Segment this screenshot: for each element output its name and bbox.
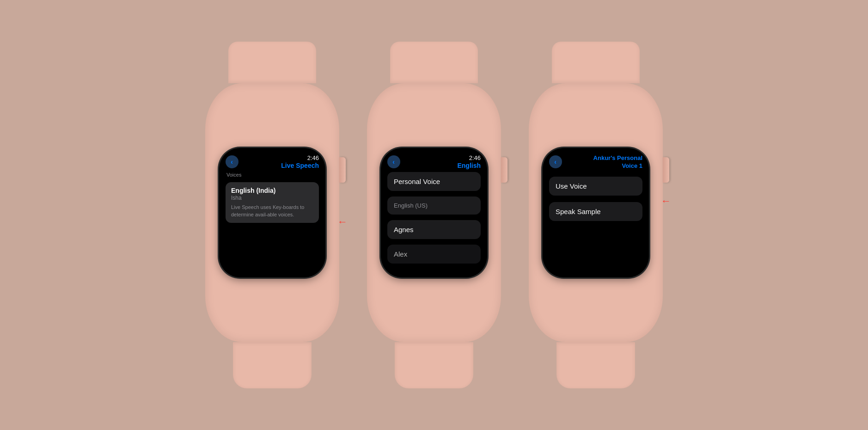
screen-body-2: Personal Voice English (US) Agnes Alex bbox=[387, 172, 481, 271]
watch-body-1: ‹ 2:46 Live Speech Voices English (India… bbox=[205, 83, 339, 342]
personal-voice-cell[interactable]: Personal Voice bbox=[387, 172, 481, 191]
cell-description-1: Live Speech uses Key-boards to determine… bbox=[231, 204, 313, 218]
watch-screen-housing-1: ‹ 2:46 Live Speech Voices English (India… bbox=[219, 148, 325, 277]
alex-label: Alex bbox=[394, 250, 407, 258]
back-button-2[interactable]: ‹ bbox=[387, 155, 400, 168]
back-chevron-icon-2: ‹ bbox=[392, 158, 395, 166]
red-arrow-1: ← bbox=[337, 216, 348, 228]
back-button-1[interactable]: ‹ bbox=[226, 155, 238, 168]
screen-header-1: ‹ 2:46 Live Speech bbox=[226, 154, 319, 169]
watch-screen-1: ‹ 2:46 Live Speech Voices English (India… bbox=[219, 148, 325, 277]
watches-container: ‹ 2:46 Live Speech Voices English (India… bbox=[205, 42, 663, 388]
use-voice-label: Use Voice bbox=[556, 182, 587, 190]
voice-cell-1[interactable]: English (India) Isha Live Speech uses Ke… bbox=[226, 182, 319, 223]
time-2: 2:46 bbox=[387, 154, 481, 162]
watch-screen-2: ‹ 2:46 English Personal Voice Eng bbox=[381, 148, 487, 277]
screen-header-3: ‹ Ankur's Personal Voice 1 bbox=[549, 154, 642, 170]
band-top-1 bbox=[228, 42, 316, 83]
watch-screen-housing-2: ‹ 2:46 English Personal Voice Eng bbox=[381, 148, 487, 277]
back-chevron-icon-3: ‹ bbox=[554, 158, 556, 166]
cell-subtitle-1: Isha bbox=[231, 195, 313, 201]
title-1: Live Speech bbox=[226, 162, 319, 170]
cell-title-1: English (India) bbox=[231, 187, 313, 194]
watch-2: ‹ 2:46 English Personal Voice Eng bbox=[367, 42, 501, 388]
speak-sample-label: Speak Sample bbox=[556, 208, 601, 215]
back-button-3[interactable]: ‹ bbox=[549, 155, 562, 168]
section-voices-label: Voices bbox=[226, 172, 319, 178]
personal-voice-label: Personal Voice bbox=[394, 178, 440, 185]
screen-body-1: Voices English (India) Isha Live Speech … bbox=[226, 172, 319, 271]
agnes-cell[interactable]: Agnes bbox=[387, 220, 481, 239]
use-voice-cell[interactable]: Use Voice bbox=[549, 177, 642, 196]
watch-screen-housing-3: ‹ Ankur's Personal Voice 1 Use Voice bbox=[543, 148, 649, 277]
speak-sample-cell[interactable]: Speak Sample bbox=[549, 202, 642, 221]
watch-1: ‹ 2:46 Live Speech Voices English (India… bbox=[205, 42, 339, 388]
english-us-label: English (US) bbox=[394, 202, 428, 209]
band-bottom-1 bbox=[233, 342, 312, 388]
band-bottom-2 bbox=[395, 342, 473, 388]
alex-cell[interactable]: Alex bbox=[387, 245, 481, 264]
english-us-cell[interactable]: English (US) bbox=[387, 197, 481, 215]
watch-body-2: ‹ 2:46 English Personal Voice Eng bbox=[367, 83, 501, 342]
agnes-label: Agnes bbox=[394, 226, 414, 233]
watch-body-3: ‹ Ankur's Personal Voice 1 Use Voice bbox=[529, 83, 663, 342]
watch-screen-3: ‹ Ankur's Personal Voice 1 Use Voice bbox=[543, 148, 649, 277]
screen-header-2: ‹ 2:46 English bbox=[387, 154, 481, 169]
screen-body-3: Use Voice Speak Sample bbox=[549, 177, 642, 271]
title-2: English bbox=[387, 162, 481, 170]
header-text-3: Ankur's Personal Voice 1 bbox=[549, 154, 642, 170]
watch-3: ‹ Ankur's Personal Voice 1 Use Voice bbox=[529, 42, 663, 388]
red-arrow-3: ← bbox=[661, 195, 671, 207]
time-1: 2:46 bbox=[226, 154, 319, 162]
band-top-3 bbox=[552, 42, 640, 83]
header-text-2: 2:46 English bbox=[387, 154, 481, 169]
title-3: Ankur's Personal Voice 1 bbox=[549, 154, 642, 170]
band-top-2 bbox=[390, 42, 478, 83]
band-bottom-3 bbox=[556, 342, 635, 388]
header-text-1: 2:46 Live Speech bbox=[226, 154, 319, 169]
back-chevron-icon-1: ‹ bbox=[231, 158, 233, 166]
